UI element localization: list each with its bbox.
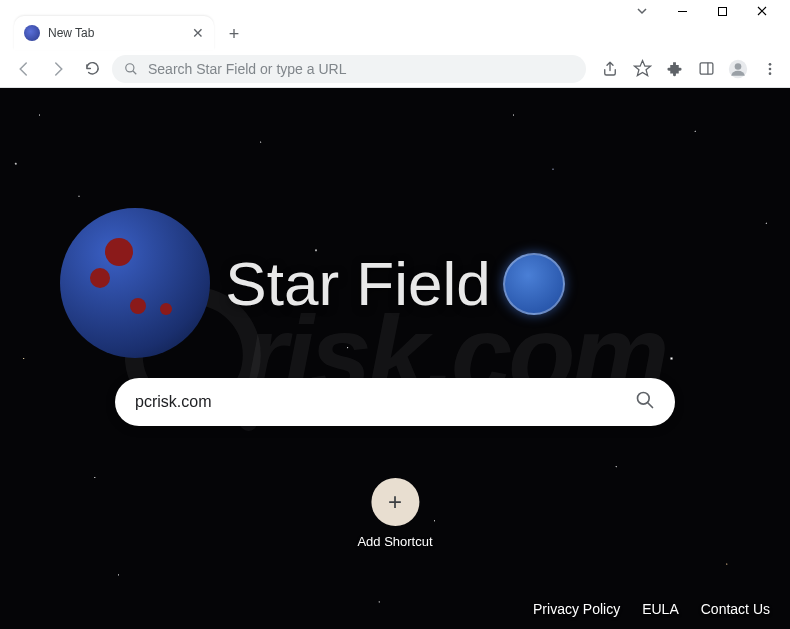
- omnibox[interactable]: [112, 55, 586, 83]
- search-icon: [635, 390, 655, 410]
- url-input[interactable]: [148, 61, 574, 77]
- add-shortcut-button[interactable]: + Add Shortcut: [357, 478, 432, 549]
- window-controls: [0, 0, 790, 14]
- kebab-menu-icon[interactable]: [760, 59, 780, 79]
- star-field-logo-icon: [503, 253, 565, 315]
- maximize-button[interactable]: [716, 5, 728, 17]
- browser-tab[interactable]: New Tab ✕: [14, 16, 214, 50]
- svg-rect-4: [700, 63, 713, 74]
- shortcut-label: Add Shortcut: [357, 534, 432, 549]
- address-bar: [0, 50, 790, 88]
- hero: Star Field: [0, 248, 790, 319]
- chevron-down-icon[interactable]: [636, 5, 648, 17]
- toolbar-right: [592, 59, 780, 79]
- svg-point-8: [769, 63, 772, 66]
- search-button[interactable]: [635, 390, 655, 414]
- search-bar[interactable]: [115, 378, 675, 426]
- svg-point-2: [126, 63, 134, 71]
- svg-point-10: [769, 72, 772, 75]
- forward-button[interactable]: [44, 55, 72, 83]
- bookmark-star-icon[interactable]: [632, 59, 652, 79]
- reload-button[interactable]: [78, 55, 106, 83]
- footer-link-contact[interactable]: Contact Us: [701, 601, 770, 617]
- new-tab-button[interactable]: +: [220, 20, 248, 48]
- side-panel-icon[interactable]: [696, 59, 716, 79]
- plus-icon: +: [371, 478, 419, 526]
- new-tab-page: risk.com Star Field + Add Shortcut Priva…: [0, 88, 790, 629]
- back-button[interactable]: [10, 55, 38, 83]
- search-input[interactable]: [135, 393, 635, 411]
- profile-avatar-icon[interactable]: [728, 59, 748, 79]
- footer-link-eula[interactable]: EULA: [642, 601, 679, 617]
- footer-links: Privacy Policy EULA Contact Us: [533, 601, 770, 617]
- svg-rect-1: [718, 7, 726, 15]
- svg-line-3: [133, 70, 137, 74]
- close-tab-button[interactable]: ✕: [192, 25, 204, 41]
- svg-line-12: [648, 403, 653, 408]
- svg-point-9: [769, 67, 772, 70]
- extensions-icon[interactable]: [664, 59, 684, 79]
- tab-title: New Tab: [48, 26, 94, 40]
- share-icon[interactable]: [600, 59, 620, 79]
- tab-favicon-icon: [24, 25, 40, 41]
- close-window-button[interactable]: [756, 5, 768, 17]
- search-icon: [124, 62, 138, 76]
- footer-link-privacy[interactable]: Privacy Policy: [533, 601, 620, 617]
- tab-strip: New Tab ✕ +: [0, 14, 790, 50]
- page-title: Star Field: [225, 248, 490, 319]
- svg-point-7: [735, 63, 742, 70]
- minimize-button[interactable]: [676, 5, 688, 17]
